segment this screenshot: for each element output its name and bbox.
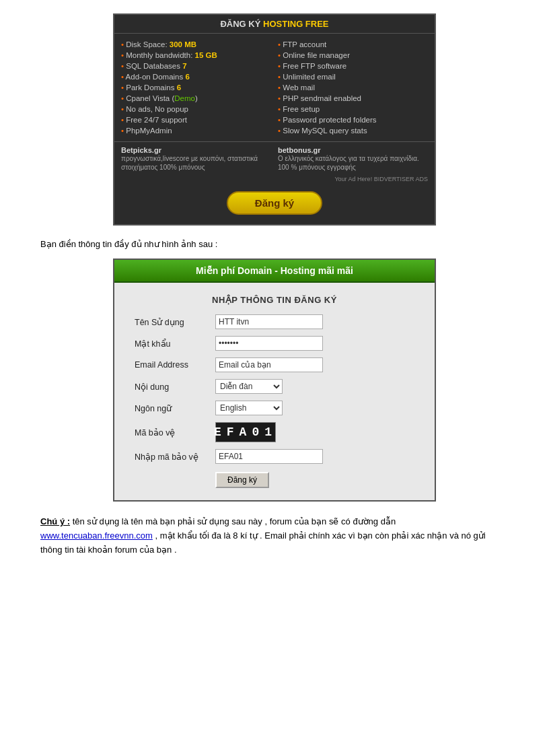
banner-ads-section: Betpicks.gr προγνωστικά,livescore με κου… [114, 141, 435, 176]
list-item: Slow MySQL query stats [278, 125, 428, 136]
hosting-banner: ĐĂNG KÝ HOSTING FREE Disk Space: 300 MB … [113, 13, 436, 226]
ad-text-2: Ο ελληνικός κατάλογος για τα τυχερά παιχ… [278, 154, 428, 172]
form-row-password: Mật khẩu [135, 336, 414, 351]
form-row-username: Tên Sử dụng [135, 314, 414, 329]
form-section: Miễn phí Domain - Hosting mãi mãi NHẬP T… [40, 259, 509, 502]
list-item: SQL Databases 7 [121, 61, 271, 71]
form-submit-button[interactable]: Đăng ký [215, 472, 269, 488]
ad-footer: Your Ad Here! BIDVERTISER ADS [114, 176, 435, 184]
label-email: Email Address [135, 360, 215, 370]
note-title: Chú ý : [40, 516, 70, 526]
select-noidung[interactable]: Diễn đàn [215, 379, 283, 394]
label-language: Ngôn ngữ [135, 403, 215, 413]
form-row-noidung: Nội dung Diễn đàn [135, 379, 414, 394]
list-item: Free FTP software [278, 61, 428, 71]
input-email[interactable] [215, 357, 323, 372]
list-item: Web mail [278, 82, 428, 93]
instruction-text: Bạn điền thông tin đầy đủ như hình ảnh s… [40, 239, 509, 249]
list-item: Add-on Domains 6 [121, 71, 271, 82]
form-row-captcha: Mã bảo vệ EFA01 [135, 422, 414, 442]
label-captcha-input: Nhập mã bảo vệ [135, 452, 215, 462]
list-item: PhpMyAdmin [121, 125, 271, 136]
select-language[interactable]: English [215, 401, 283, 415]
form-submit-row: Đăng ký [135, 472, 414, 488]
form-panel-body: NHẬP THÔNG TIN ĐĂNG KÝ Tên Sử dụng Mật k… [114, 283, 435, 500]
list-item: Free setup [278, 104, 428, 114]
banner-button-row: Đăng ký [114, 184, 435, 224]
banner-header-prefix: ĐĂNG KÝ [220, 19, 263, 29]
ad-title-1: Betpicks.gr [121, 146, 271, 154]
banner-features: Disk Space: 300 MB Monthly bandwidth: 15… [114, 34, 435, 141]
label-password: Mật khẩu [135, 339, 215, 349]
input-captcha[interactable] [215, 449, 323, 464]
note-link[interactable]: www.tencuaban.freevnn.com [40, 530, 153, 541]
list-item: Free 24/7 support [121, 114, 271, 125]
label-username: Tên Sử dụng [135, 317, 215, 327]
banner-section: ĐĂNG KÝ HOSTING FREE Disk Space: 300 MB … [40, 13, 509, 226]
list-item: Cpanel Vista (Demo) [121, 93, 271, 104]
ad-item-2: betbonus.gr Ο ελληνικός κατάλογος για τα… [278, 146, 428, 172]
ad-item-1: Betpicks.gr προγνωστικά,livescore με κου… [121, 146, 271, 172]
list-item: FTP account [278, 39, 428, 50]
form-row-email: Email Address [135, 357, 414, 372]
input-username[interactable] [215, 314, 323, 329]
ad-title-2: betbonus.gr [278, 146, 428, 154]
captcha-image: EFA01 [215, 422, 276, 442]
list-item: Monthly bandwidth: 15 GB [121, 50, 271, 61]
banner-header-highlight: HOSTING FREE [263, 19, 329, 29]
form-title: NHẬP THÔNG TIN ĐĂNG KÝ [135, 295, 414, 305]
ad-text-1: προγνωστικά,livescore με κουπόνι, στατισ… [121, 154, 271, 172]
banner-signup-button[interactable]: Đăng ký [227, 191, 322, 215]
form-panel: Miễn phí Domain - Hosting mãi mãi NHẬP T… [113, 259, 436, 502]
banner-header: ĐĂNG KÝ HOSTING FREE [114, 15, 435, 34]
list-item: No ads, No popup [121, 104, 271, 114]
form-row-captcha-input: Nhập mã bảo vệ [135, 449, 414, 464]
list-item: Password protected folders [278, 114, 428, 125]
list-item: Unlimited email [278, 71, 428, 82]
list-item: Park Domains 6 [121, 82, 271, 93]
form-panel-header: Miễn phí Domain - Hosting mãi mãi [114, 260, 435, 283]
list-item: Online file manager [278, 50, 428, 61]
note-section: Chú ý : tên sử dụng là tên mà bạn phải s… [40, 515, 509, 557]
banner-col-right: FTP account Online file manager Free FTP… [278, 39, 428, 136]
label-captcha: Mã bảo vệ [135, 427, 215, 438]
list-item: Disk Space: 300 MB [121, 39, 271, 50]
input-password[interactable] [215, 336, 323, 351]
banner-col-left: Disk Space: 300 MB Monthly bandwidth: 15… [121, 39, 271, 136]
note-text-1: tên sử dụng là tên mà bạn phải sử dụng s… [73, 516, 396, 526]
list-item: PHP sendmail enabled [278, 93, 428, 104]
label-noidung: Nội dung [135, 382, 215, 392]
form-row-language: Ngôn ngữ English [135, 401, 414, 415]
